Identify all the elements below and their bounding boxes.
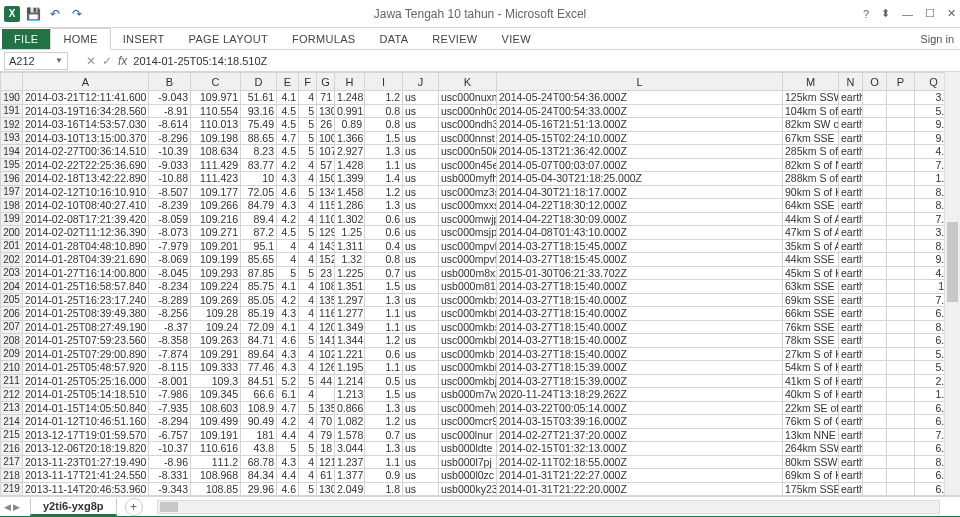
cell[interactable]: usc000nuxm <box>439 91 497 105</box>
cell[interactable]: -7.986 <box>149 388 191 402</box>
cell[interactable]: usb000ldte <box>439 442 497 456</box>
cell[interactable]: 107 <box>317 145 335 159</box>
cell[interactable] <box>887 388 915 402</box>
cell[interactable]: 109.201 <box>191 239 241 253</box>
row-header[interactable]: 206 <box>1 307 23 321</box>
cell[interactable]: -8.115 <box>149 361 191 375</box>
row-header[interactable]: 209 <box>1 347 23 361</box>
cell[interactable]: 2014-03-22T00:05:14.000Z <box>497 401 783 415</box>
cell[interactable]: -8.331 <box>149 469 191 483</box>
cell[interactable]: 129 <box>317 226 335 240</box>
cell[interactable]: 1.25 <box>335 226 365 240</box>
cell[interactable] <box>863 158 887 172</box>
cell[interactable]: 108.603 <box>191 401 241 415</box>
cell[interactable] <box>887 239 915 253</box>
cell[interactable]: 2014-02-08T17:21:39.420 <box>23 212 149 226</box>
row-header[interactable]: 198 <box>1 199 23 213</box>
cell[interactable]: 51.61 <box>241 91 277 105</box>
enter-formula-icon[interactable]: ✓ <box>102 54 112 68</box>
column-header[interactable]: P <box>887 73 915 91</box>
cell[interactable]: 5 <box>277 266 299 280</box>
cell[interactable]: earthquake <box>839 253 863 267</box>
cell[interactable] <box>863 320 887 334</box>
cell[interactable]: us <box>403 131 439 145</box>
cell[interactable]: 4 <box>299 158 317 172</box>
cell[interactable]: 135 <box>317 401 335 415</box>
cell[interactable]: 1.237 <box>335 455 365 469</box>
cell[interactable]: 1.32 <box>335 253 365 267</box>
cell[interactable]: 2014-01-25T07:29:00.890 <box>23 347 149 361</box>
cell[interactable]: usb000m7wv <box>439 388 497 402</box>
cell[interactable]: usb000l0zc <box>439 469 497 483</box>
cell[interactable]: 4 <box>299 199 317 213</box>
tab-formulas[interactable]: FORMULAS <box>280 29 368 49</box>
cell[interactable]: us <box>403 158 439 172</box>
cell[interactable]: 1.3 <box>365 199 403 213</box>
cell[interactable]: 71 <box>317 91 335 105</box>
cell[interactable]: 84.51 <box>241 374 277 388</box>
cell[interactable]: -9.043 <box>149 91 191 105</box>
cell[interactable]: 85.05 <box>241 293 277 307</box>
cell[interactable]: 126 <box>317 361 335 375</box>
cell[interactable]: earthquake <box>839 118 863 132</box>
cell[interactable]: -8.234 <box>149 280 191 294</box>
row-header[interactable]: 202 <box>1 253 23 267</box>
cell[interactable] <box>887 334 915 348</box>
cell[interactable]: 2014-01-27T16:14:00.800 <box>23 266 149 280</box>
cell[interactable] <box>863 361 887 375</box>
cell[interactable]: earthquake <box>839 172 863 186</box>
cell[interactable]: 2020-11-24T13:18:29.262Z <box>497 388 783 402</box>
name-box[interactable]: A212 ▼ <box>4 52 68 70</box>
cell[interactable]: 4.3 <box>277 361 299 375</box>
cell[interactable]: earthquake <box>839 401 863 415</box>
cell[interactable]: -10.88 <box>149 172 191 186</box>
cell[interactable]: 1.4 <box>365 172 403 186</box>
cell[interactable]: earthquake <box>839 158 863 172</box>
tab-home[interactable]: HOME <box>50 28 110 50</box>
cell[interactable]: 4.5 <box>277 145 299 159</box>
scroll-thumb[interactable] <box>160 502 178 512</box>
cell[interactable]: -8.96 <box>149 455 191 469</box>
cell[interactable] <box>887 253 915 267</box>
cell[interactable]: us <box>403 428 439 442</box>
cell[interactable]: -7.874 <box>149 347 191 361</box>
cell[interactable]: 13km NNE of Tegal, Indonesia <box>783 428 839 442</box>
column-header[interactable]: J <box>403 73 439 91</box>
cell[interactable]: 54km S of Kroya, Indonesia <box>783 361 839 375</box>
cell[interactable]: 67km SSE of Karangbadar Kidul, Indonesia <box>783 131 839 145</box>
cell[interactable]: 1.2 <box>365 334 403 348</box>
cell[interactable]: 23 <box>317 266 335 280</box>
cell[interactable]: 2014-01-31T21:22:20.000Z <box>497 482 783 496</box>
cell[interactable]: earthquake <box>839 320 863 334</box>
cell[interactable]: 5 <box>299 482 317 496</box>
add-sheet-button[interactable]: + <box>125 498 143 516</box>
cell[interactable] <box>887 145 915 159</box>
cell[interactable]: 1.344 <box>335 334 365 348</box>
cell[interactable] <box>317 388 335 402</box>
cell[interactable] <box>863 104 887 118</box>
cell[interactable]: 84.34 <box>241 469 277 483</box>
cell[interactable] <box>863 442 887 456</box>
cell[interactable]: us <box>403 469 439 483</box>
cell[interactable]: -8.239 <box>149 199 191 213</box>
column-header[interactable]: L <box>497 73 783 91</box>
cell[interactable]: us <box>403 280 439 294</box>
cell[interactable]: 1.225 <box>335 266 365 280</box>
cell[interactable]: usc000msjp <box>439 226 497 240</box>
cell[interactable]: 150 <box>317 172 335 186</box>
cell[interactable] <box>863 455 887 469</box>
cell[interactable]: 115 <box>317 199 335 213</box>
cell[interactable]: earthquake <box>839 469 863 483</box>
cell[interactable]: 2014-03-27T18:15:40.000Z <box>497 320 783 334</box>
cell[interactable] <box>887 455 915 469</box>
row-header[interactable]: 212 <box>1 388 23 402</box>
cell[interactable]: 2014-05-16T21:51:13.000Z <box>497 118 783 132</box>
cell[interactable]: 1.286 <box>335 199 365 213</box>
cell[interactable]: -8.256 <box>149 307 191 321</box>
cell[interactable]: 1.2 <box>365 415 403 429</box>
cell[interactable]: 83.77 <box>241 158 277 172</box>
cell[interactable]: usb000m8xx <box>439 266 497 280</box>
cell[interactable]: 1.578 <box>335 428 365 442</box>
cell[interactable]: 0.9 <box>365 469 403 483</box>
cell[interactable]: 2014-03-15T03:39:16.000Z <box>497 415 783 429</box>
